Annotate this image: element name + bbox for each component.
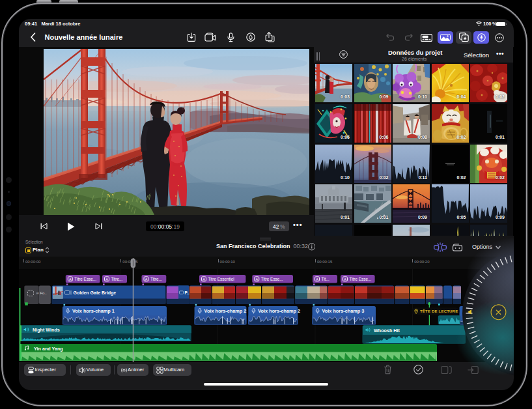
svg-text:Titre Esse...: Titre Esse... [350,277,372,281]
svg-text:Whoosh Hit: Whoosh Hit [374,328,400,333]
svg-text:A: A [344,277,346,281]
svg-text:Voix hors-champ 3: Voix hors-champ 3 [322,308,365,314]
svg-text:∞ Fo..: ∞ Fo.. [36,291,48,295]
svg-text:Titre Esse...: Titre Esse... [261,277,283,281]
svg-text:Titre Esse...: Titre Esse... [74,277,96,281]
svg-text:Night Winds: Night Winds [33,327,60,333]
svg-text:Titre...: Titre... [150,277,162,281]
svg-text:A: A [69,277,72,281]
svg-text:A: A [255,277,258,281]
svg-text:Yin and Yang: Yin and Yang [34,346,63,352]
svg-text:A: A [145,277,148,281]
svg-text:Voix hors-champ 2: Voix hors-champ 2 [258,308,300,314]
svg-text:Voix hors-champ 1: Voix hors-champ 1 [72,308,115,314]
svg-text:Tit...: Tit... [322,277,329,281]
svg-text:A: A [203,277,205,281]
svg-text:P..: P.. [185,290,189,295]
svg-text:Golden Gate Bridge: Golden Gate Bridge [74,290,117,296]
svg-text:A: A [105,277,108,281]
svg-text:Titre...: Titre... [111,277,123,281]
svg-text:Voix hors-champ 2: Voix hors-champ 2 [204,308,247,314]
svg-text:A: A [316,277,318,281]
svg-text:Titre Essentiel: Titre Essentiel [208,277,234,281]
